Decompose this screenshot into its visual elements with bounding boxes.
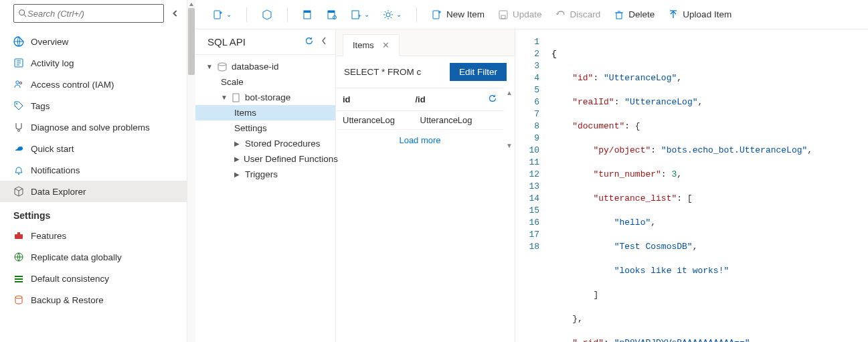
nav-label: Activity log <box>31 58 74 68</box>
delete-button[interactable]: Delete <box>608 7 660 23</box>
caret-down-icon: ▼ <box>206 63 213 70</box>
nav-notifications[interactable]: Notifications <box>0 159 187 181</box>
svg-point-9 <box>18 130 20 132</box>
nav-consistency[interactable]: Default consistency <box>0 268 187 289</box>
tree-settings[interactable]: Settings <box>195 120 335 136</box>
tab-label: Items <box>353 40 374 50</box>
activity-log-icon <box>13 58 24 68</box>
nav-overview[interactable]: Overview <box>0 31 187 52</box>
items-list-header: id /id <box>336 88 504 111</box>
nav-label: Default consistency <box>31 274 109 284</box>
svg-point-29 <box>386 13 390 17</box>
svg-point-6 <box>16 81 19 84</box>
code-content[interactable]: { "id": "UtteranceLog", "realId": "Utter… <box>551 36 868 342</box>
nav-label: Replicate data globally <box>31 252 122 262</box>
tree-container[interactable]: ▼ bot-storage <box>195 90 335 105</box>
nav-data-explorer[interactable]: Data Explorer <box>0 181 187 202</box>
svg-point-0 <box>19 10 25 15</box>
doc-id: UtteranceLog <box>609 73 672 83</box>
svg-rect-25 <box>328 11 335 13</box>
tree-label: Items <box>234 108 256 118</box>
tree-triggers[interactable]: ▶ Triggers <box>195 167 335 182</box>
items-panel: Items ✕ SELECT * FROM c Edit Filter id /… <box>336 29 515 342</box>
tree-label: bot-storage <box>245 92 290 102</box>
search-icon <box>18 9 27 18</box>
tab-items[interactable]: Items ✕ <box>343 34 400 56</box>
nav-tags[interactable]: Tags <box>0 95 187 116</box>
cell-id: UtteranceLog <box>343 115 420 125</box>
collapse-sidebar-button[interactable] <box>169 7 181 19</box>
svg-point-40 <box>218 63 226 66</box>
svg-rect-34 <box>501 15 505 19</box>
list-item[interactable]: UtteranceLog UtteranceLog <box>336 111 504 130</box>
tree-label: Scale <box>221 77 244 87</box>
tree-label: Triggers <box>245 169 278 179</box>
nav-label: Diagnose and solve problems <box>31 122 150 133</box>
new-stored-proc-button[interactable] <box>321 7 343 23</box>
tree-items[interactable]: Items <box>195 105 335 120</box>
tree-header-title: SQL API <box>207 36 246 48</box>
edit-filter-button[interactable]: Edit Filter <box>450 63 507 81</box>
caret-right-icon: ▶ <box>234 155 240 163</box>
nav-backup[interactable]: Backup & Restore <box>0 289 187 311</box>
tree-stored-procedures[interactable]: ▶ Stored Procedures <box>195 136 335 151</box>
nav-label: Data Explorer <box>31 187 86 197</box>
nav-features[interactable]: Features <box>0 225 187 246</box>
open-query-button[interactable] <box>297 7 319 23</box>
access-icon <box>13 79 24 90</box>
nav-label: Notifications <box>31 165 80 175</box>
nav-label: Access control (IAM) <box>31 80 114 90</box>
new-container-dropdown[interactable]: ⌄ <box>207 7 237 23</box>
new-sql-query-button[interactable] <box>256 7 278 23</box>
nav-label: Quick start <box>31 144 74 154</box>
nav-label: Tags <box>31 101 50 111</box>
query-text: SELECT * FROM c <box>344 67 421 77</box>
tree-label: Settings <box>234 123 267 133</box>
cell-pk: UtteranceLog <box>420 115 498 125</box>
tree-label: User Defined Functions <box>244 154 338 164</box>
refresh-items-button[interactable] <box>488 94 497 105</box>
items-scrollbar[interactable]: ▲ ▼ <box>504 88 515 151</box>
diagnose-icon <box>13 122 24 133</box>
tree-udf[interactable]: ▶ User Defined Functions <box>195 151 335 167</box>
json-editor[interactable]: 123456789101112131415161718 { "id": "Utt… <box>515 29 868 342</box>
tree-label: database-id <box>232 62 279 72</box>
discard-button[interactable]: Discard <box>550 7 606 23</box>
database-icon <box>217 62 228 72</box>
collapse-tree-button[interactable] <box>321 36 327 48</box>
refresh-tree-button[interactable] <box>305 36 314 48</box>
sidebar-scrollbar[interactable] <box>187 0 195 342</box>
col-pk-header: /id <box>416 94 489 104</box>
doc-pyobject: bots.echo_bot.UtteranceLog <box>667 145 802 155</box>
close-tab-icon[interactable]: ✕ <box>382 40 389 50</box>
nav-label: Overview <box>31 37 68 47</box>
svg-text:+: + <box>358 13 361 19</box>
nav-activity-log[interactable]: Activity log <box>0 52 187 74</box>
nav-quick-start[interactable]: Quick start <box>0 138 187 159</box>
update-button[interactable]: Update <box>493 7 547 23</box>
load-more-link[interactable]: Load more <box>336 130 504 151</box>
svg-rect-12 <box>17 232 20 234</box>
nav-replicate[interactable]: Replicate data globally <box>0 246 187 268</box>
tree-scale[interactable]: Scale <box>195 74 335 90</box>
consistency-icon <box>13 273 24 284</box>
new-udf-dropdown[interactable]: +⌄ <box>345 7 375 23</box>
scroll-down-icon[interactable]: ▼ <box>506 141 513 151</box>
search-input[interactable] <box>27 9 159 19</box>
data-explorer-toolbar: ⌄ +⌄ ⌄ New Item Update Discard <box>195 0 868 29</box>
caret-down-icon: ▼ <box>221 94 228 101</box>
svg-rect-23 <box>304 11 311 13</box>
nav-access-control[interactable]: Access control (IAM) <box>0 74 187 95</box>
tree-database[interactable]: ▼ database-id <box>195 59 335 74</box>
line-gutter: 123456789101112131415161718 <box>515 36 551 342</box>
nav-diagnose[interactable]: Diagnose and solve problems <box>0 116 187 138</box>
scroll-up-icon[interactable]: ▲ <box>506 88 513 98</box>
upload-item-button[interactable]: Upload Item <box>663 7 737 23</box>
svg-point-17 <box>15 296 22 298</box>
settings-dropdown[interactable]: ⌄ <box>377 7 407 23</box>
document-icon <box>232 93 241 102</box>
caret-right-icon: ▶ <box>234 140 241 147</box>
new-item-button[interactable]: New Item <box>426 7 490 23</box>
search-box[interactable] <box>13 4 164 23</box>
svg-rect-11 <box>15 234 23 239</box>
